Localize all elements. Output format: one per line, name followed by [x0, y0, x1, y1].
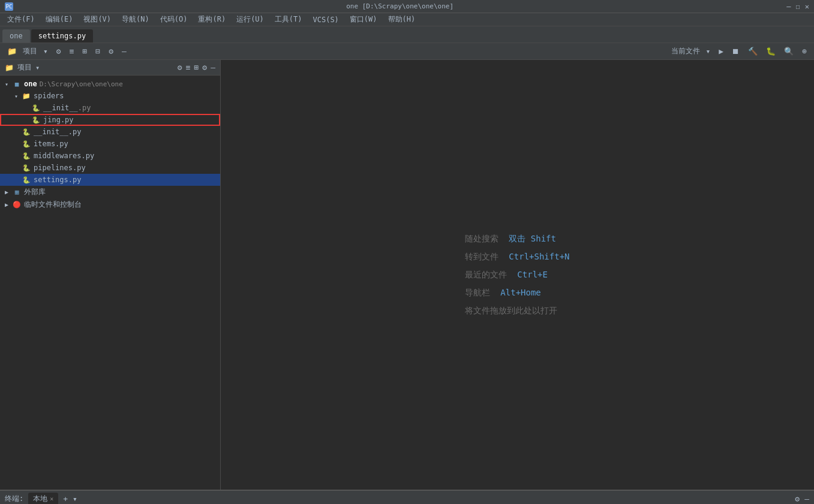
search-icon[interactable]: 🔍 — [782, 46, 796, 57]
terminal-icons: ⚙ — — [795, 494, 809, 503]
project-label: 项目 — [23, 46, 37, 56]
hint-recent-files: 最近的文件 Ctrl+E — [465, 270, 569, 280]
menu-item-U[interactable]: 运行(U) — [232, 13, 269, 26]
hint-search: 随处搜索 双击 Shift — [465, 234, 569, 245]
tree-item-root[interactable]: ▾ ■ one D:\Scrapy\one\one\one — [0, 78, 220, 90]
sidebar-icons: ⚙ ≡ ⊞ ⚙ — — [178, 63, 215, 72]
python-icon-pipelines: 🐍 — [22, 163, 31, 173]
menu-item-O[interactable]: 代码(O) — [155, 13, 193, 26]
minimize-button[interactable]: — — [786, 2, 791, 11]
build-button[interactable]: 🔨 — [746, 46, 760, 57]
toolbar: 📁 项目 ▾ ⚙ ≡ ⊞ ⊟ ⚙ — 当前文件 ▾ ▶ ⏹ 🔨 🐛 🔍 ⊕ — [0, 43, 814, 60]
gear-icon[interactable]: ⚙ — [106, 46, 116, 57]
collapse-icon[interactable]: ⊟ — [93, 46, 103, 57]
settings-file-icon: 🐍 — [22, 175, 31, 185]
add-button[interactable]: ⊕ — [800, 46, 809, 57]
menu-item-H[interactable]: 帮助(H) — [383, 13, 420, 26]
sidebar: 📁 项目 ▾ ⚙ ≡ ⊞ ⚙ — ▾ ■ one D:\Scrapy\one\o… — [0, 60, 221, 490]
terminal-minus-icon[interactable]: — — [804, 494, 809, 503]
app-icon: PC — [5, 2, 13, 11]
current-file-dropdown[interactable]: ▾ — [704, 46, 713, 57]
dropdown-icon[interactable]: ▾ — [41, 46, 50, 57]
settings2-icon[interactable]: ⚙ — [202, 63, 207, 72]
toolbar-left: 📁 项目 ▾ ⚙ ≡ ⊞ ⊟ ⚙ — — [5, 46, 129, 57]
main-layout: 📁 项目 ▾ ⚙ ≡ ⊞ ⚙ — ▾ ■ one D:\Scrapy\one\o… — [0, 60, 814, 490]
menu-item-VCSS[interactable]: VCS(S) — [308, 14, 344, 25]
sync-icon[interactable]: ⚙ — [178, 63, 182, 72]
sidebar-header: 📁 项目 ▾ ⚙ ≡ ⊞ ⚙ — — [0, 60, 220, 76]
python-icon-jing: 🐍 — [31, 115, 41, 125]
tree-item-pipelines[interactable]: 🐍 pipelines.py — [0, 162, 220, 174]
tab-one[interactable]: one — [2, 29, 30, 43]
collapse-tree-icon[interactable]: ⊞ — [194, 63, 199, 72]
file-tabs: one settings.py — [0, 26, 814, 43]
python-icon-middlewares: 🐍 — [22, 151, 31, 161]
hint-goto-file: 转到文件 Ctrl+Shift+N — [465, 252, 569, 262]
toolbar-right: 当前文件 ▾ ▶ ⏹ 🔨 🐛 🔍 ⊕ — [671, 46, 809, 57]
tree-item-temp[interactable]: ▶ 🔴 临时文件和控制台 — [0, 198, 220, 211]
menu-item-W[interactable]: 窗口(W) — [345, 13, 382, 26]
title-bar: PC one [D:\Scrapy\one\one\one] — ☐ ✕ — [0, 0, 814, 13]
maximize-button[interactable]: ☐ — [796, 2, 800, 11]
debug-button[interactable]: 🐛 — [764, 46, 778, 57]
close-button[interactable]: ✕ — [805, 2, 809, 11]
barchart-icon: ▦ — [12, 188, 22, 197]
temp-icon: 🔴 — [12, 200, 22, 210]
minus-icon[interactable]: — — [119, 46, 129, 57]
window-title: one [D:\Scrapy\one\one\one] — [346, 2, 453, 10]
python-icon-items: 🐍 — [22, 139, 31, 149]
title-left: PC — [5, 2, 13, 11]
folder-spiders-icon: 📁 — [22, 91, 31, 101]
stop-button[interactable]: ⏹ — [729, 46, 742, 57]
tab-settings[interactable]: settings.py — [31, 29, 93, 43]
menu-item-R[interactable]: 重构(R) — [193, 13, 230, 26]
menu-item-E[interactable]: 编辑(E) — [41, 13, 78, 26]
sidebar-folder-icon: 📁 — [5, 64, 14, 72]
list-icon[interactable]: ≡ — [67, 46, 77, 57]
tree-item-settings[interactable]: 🐍 settings.py — [0, 174, 220, 186]
sidebar-title: 📁 项目 ▾ — [5, 62, 40, 73]
hint-drag: 将文件拖放到此处以打开 — [465, 306, 569, 316]
editor-area: 随处搜索 双击 Shift 转到文件 Ctrl+Shift+N 最近的文件 Ct… — [221, 60, 814, 490]
window-controls: — ☐ ✕ — [786, 2, 809, 11]
terminal-tabs: 终端: 本地 × + ▾ ⚙ — — [0, 491, 814, 504]
menu-item-V[interactable]: 视图(V) — [79, 13, 116, 26]
sidebar-dropdown-icon[interactable]: ▾ — [35, 64, 40, 72]
run-button[interactable]: ▶ — [716, 46, 726, 57]
terminal-tab-close[interactable]: × — [50, 496, 53, 502]
project-icon: ■ — [12, 79, 22, 89]
close2-icon[interactable]: — — [211, 63, 215, 72]
tree-item-middlewares[interactable]: 🐍 middlewares.py — [0, 150, 220, 162]
tree-item-spiders[interactable]: ▾ 📁 spiders — [0, 90, 220, 102]
tree-item-external[interactable]: ▶ ▦ 外部库 — [0, 186, 220, 198]
tree-item-init-root[interactable]: 🐍 __init__.py — [0, 126, 220, 138]
terminal-add-icon[interactable]: + — [63, 494, 68, 503]
file-tree: ▾ ■ one D:\Scrapy\one\one\one ▾ 📁 spider… — [0, 76, 220, 490]
menu-item-T[interactable]: 工具(T) — [270, 13, 307, 26]
menu-item-N[interactable]: 导航(N) — [117, 13, 154, 26]
menu-item-F[interactable]: 文件(F) — [2, 13, 40, 26]
grid-icon[interactable]: ⊞ — [80, 46, 89, 57]
terminal-settings-icon[interactable]: ⚙ — [795, 494, 800, 503]
terminal-dropdown-icon[interactable]: ▾ — [73, 494, 77, 503]
menu-bar: 文件(F)编辑(E)视图(V)导航(N)代码(O)重构(R)运行(U)工具(T)… — [0, 13, 814, 26]
tree-item-init-spiders[interactable]: 🐍 __init__ .py — [0, 102, 220, 114]
terminal-section: 终端: 本地 × + ▾ ⚙ — Windows PowerShell 版权所有… — [0, 490, 814, 504]
python-icon-init-root: 🐍 — [22, 127, 31, 137]
folder-icon: 📁 — [5, 46, 19, 57]
tree-item-items[interactable]: 🐍 items.py — [0, 138, 220, 150]
current-file-label: 当前文件 — [671, 46, 700, 56]
align-icon[interactable]: ≡ — [186, 63, 191, 72]
tree-item-jing[interactable]: 🐍 jing.py — [0, 114, 220, 126]
hint-nav: 导航栏 Alt+Home — [465, 288, 569, 298]
python-icon-init-spiders: 🐍 — [31, 103, 41, 113]
settings-icon[interactable]: ⚙ — [54, 46, 64, 57]
terminal-tab-local[interactable]: 本地 × — [28, 493, 58, 504]
terminal-label: 终端: — [5, 494, 23, 504]
editor-hints: 随处搜索 双击 Shift 转到文件 Ctrl+Shift+N 最近的文件 Ct… — [465, 227, 569, 324]
